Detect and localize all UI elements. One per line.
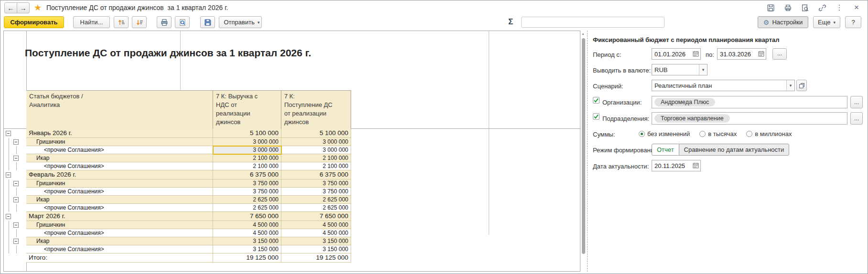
cell-revenue[interactable]: 19 125 000 [213, 253, 281, 263]
table-row[interactable]: Январь 2026 г.5 100 0005 100 000 [4, 129, 351, 138]
table-row[interactable]: Февраль 2026 г.6 375 0006 375 000 [4, 170, 351, 179]
collapse-toggle[interactable] [6, 214, 11, 219]
link-icon[interactable] [818, 3, 826, 12]
cell-revenue[interactable]: 3 750 000 [213, 179, 281, 188]
organizations-field[interactable]: Андромеда Плюс [652, 96, 847, 108]
mode-option[interactable]: Сравнение по датам актуальности [679, 144, 790, 156]
cell-receipt[interactable]: 3 150 000 [281, 237, 351, 245]
sum-input[interactable] [521, 17, 664, 28]
generate-button[interactable]: Сформировать [4, 16, 64, 28]
table-row[interactable]: Икар2 100 0002 100 000 [4, 154, 351, 162]
column-header-revenue[interactable]: 7 К: Выручка с НДС от реализации джинсов [213, 91, 281, 129]
print-icon[interactable] [783, 3, 792, 12]
cell-receipt[interactable]: 3 150 000 [281, 245, 351, 253]
table-row[interactable]: <прочие Соглашения>3 000 0003 000 000 [4, 146, 351, 154]
table-row[interactable]: Март 2026 г.7 650 0007 650 000 [4, 212, 351, 221]
collapse-toggle[interactable] [13, 156, 19, 161]
calendar-icon[interactable] [692, 161, 700, 169]
cell-receipt[interactable]: 3 750 000 [281, 188, 351, 196]
cell-receipt[interactable]: 7 650 000 [281, 212, 351, 221]
calendar-icon[interactable] [757, 50, 765, 58]
cell-revenue[interactable]: 3 150 000 [213, 237, 281, 245]
cell-revenue[interactable]: 4 500 000 [213, 229, 281, 237]
cell-revenue[interactable]: 3 150 000 [213, 245, 281, 253]
table-row[interactable]: <прочие Соглашения>2 100 0002 100 000 [4, 162, 351, 170]
collapse-toggle[interactable] [13, 239, 19, 244]
forward-button[interactable]: → [17, 2, 30, 13]
cell-receipt[interactable]: 4 500 000 [281, 229, 351, 237]
table-row[interactable]: <прочие Соглашения>3 150 0003 150 000 [4, 245, 351, 253]
send-button[interactable]: Отправить ▾ [219, 16, 262, 28]
more-dots-icon[interactable]: ⋮ [835, 3, 844, 12]
table-row[interactable]: <прочие Соглашения>3 750 0003 750 000 [4, 188, 351, 196]
departments-options-button[interactable]: ... [850, 112, 863, 125]
table-row[interactable]: Гришичкин4 500 0004 500 000 [4, 221, 351, 229]
cell-revenue[interactable]: 3 750 000 [213, 188, 281, 196]
settings-button[interactable]: ⚙ Настройки [758, 16, 808, 28]
back-button[interactable]: ← [4, 2, 17, 13]
organizations-checkbox[interactable] [593, 97, 600, 104]
preview-button[interactable] [175, 16, 190, 28]
department-chip[interactable]: Торговое направление [654, 114, 730, 123]
cell-revenue[interactable]: 7 650 000 [213, 212, 281, 221]
cell-receipt[interactable]: 5 100 000 [281, 129, 351, 138]
collapse-toggle[interactable] [6, 172, 11, 178]
period-options-button[interactable]: ... [772, 48, 787, 60]
collapse-toggle[interactable] [13, 139, 19, 145]
column-header-article[interactable]: Статья бюджетов / Аналитика [26, 91, 213, 129]
cell-revenue[interactable]: 2 625 000 [213, 204, 281, 212]
print-preview-icon[interactable] [801, 3, 809, 12]
table-row[interactable]: Гришичкин3 750 0003 750 000 [4, 179, 351, 188]
collapse-toggle[interactable] [13, 181, 19, 186]
cell-revenue[interactable]: 2 625 000 [213, 196, 281, 204]
help-button[interactable]: ? [845, 16, 861, 28]
mode-option[interactable]: Отчет [652, 144, 679, 156]
cell-receipt[interactable]: 6 375 000 [281, 170, 351, 179]
scenario-select[interactable]: Реалистичный план ▾ [652, 80, 795, 91]
cell-receipt[interactable]: 3 750 000 [281, 179, 351, 188]
scroll-up-icon[interactable]: ▲ [581, 32, 585, 35]
cell-receipt[interactable]: 19 125 000 [281, 253, 351, 263]
departments-field[interactable]: Торговое направление [652, 112, 847, 125]
print-button[interactable] [157, 16, 171, 28]
cell-receipt[interactable]: 2 100 000 [281, 162, 351, 170]
departments-checkbox[interactable] [593, 113, 600, 120]
sort-descending-button[interactable] [132, 16, 147, 28]
cell-receipt[interactable]: 2 625 000 [281, 204, 351, 212]
find-button[interactable]: Найти... [73, 16, 110, 28]
save-icon[interactable] [766, 3, 775, 12]
calendar-icon[interactable] [692, 50, 700, 58]
collapse-toggle[interactable] [6, 131, 11, 136]
cell-revenue[interactable]: 6 375 000 [213, 170, 281, 179]
collapse-toggle[interactable] [13, 197, 19, 202]
amounts-option[interactable]: без изменений [639, 130, 690, 137]
favorite-star-icon[interactable]: ★ [34, 2, 42, 13]
cell-receipt[interactable]: 2 625 000 [281, 196, 351, 204]
save-button[interactable] [200, 16, 215, 28]
sort-ascending-button[interactable] [114, 16, 129, 28]
more-button[interactable]: Еще ▾ [813, 16, 840, 28]
chevron-down-icon[interactable]: ▾ [699, 64, 707, 75]
amounts-option[interactable]: в тысячах [699, 130, 737, 137]
amounts-option[interactable]: в миллионах [746, 130, 792, 137]
cell-revenue[interactable]: 3 000 000 [213, 138, 281, 146]
cell-receipt[interactable]: 2 100 000 [281, 154, 351, 162]
table-row[interactable]: Икар3 150 0003 150 000 [4, 237, 351, 245]
scenario-open-button[interactable] [796, 80, 807, 91]
scrollbar-thumb[interactable] [582, 38, 585, 254]
selected-cell[interactable]: 3 000 000 [213, 146, 281, 154]
organization-chip[interactable]: Андромеда Плюс [654, 98, 715, 106]
cell-receipt[interactable]: 4 500 000 [281, 221, 351, 229]
cell-revenue[interactable]: 2 100 000 [213, 154, 281, 162]
column-header-receipt[interactable]: 7 К: Поступление ДС от реализации джинсо… [281, 91, 351, 129]
table-row[interactable]: Гришичкин3 000 0003 000 000 [4, 138, 351, 146]
panel-splitter[interactable] [587, 31, 588, 272]
collapse-toggle[interactable] [13, 222, 19, 228]
vertical-scrollbar[interactable]: ▲ [581, 31, 586, 272]
cell-revenue[interactable]: 5 100 000 [213, 129, 281, 138]
table-total-row[interactable]: Итого:19 125 00019 125 000 [4, 253, 351, 263]
table-row[interactable]: Икар2 625 0002 625 000 [4, 196, 351, 204]
chevron-down-icon[interactable]: ▾ [786, 80, 794, 91]
cell-revenue[interactable]: 4 500 000 [213, 221, 281, 229]
cell-receipt[interactable]: 3 000 000 [281, 138, 351, 146]
